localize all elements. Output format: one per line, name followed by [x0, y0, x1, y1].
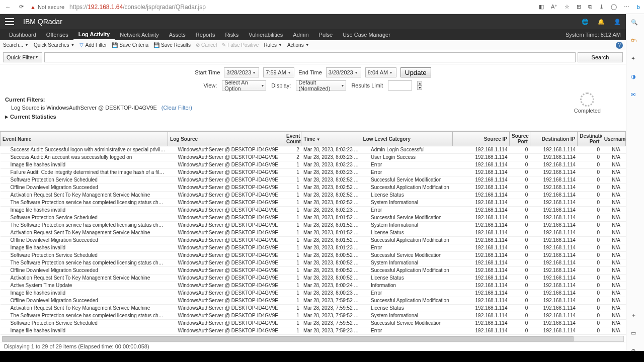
table-row[interactable]: Activation Request Sent To Key Managemen… — [1, 192, 626, 199]
globe-icon[interactable]: 🌐 — [582, 19, 589, 25]
tab-admin[interactable]: Admin — [288, 29, 313, 40]
table-row[interactable]: The Software Protection service has comp… — [1, 259, 626, 267]
table-row[interactable]: Activation Request Sent To Key Managemen… — [1, 305, 626, 312]
end-date-picker[interactable]: 3/28/2023▾ — [326, 67, 361, 77]
actions-menu[interactable]: Actions▼ — [287, 42, 309, 48]
column-header[interactable]: Source IP — [453, 132, 510, 146]
column-header[interactable]: Destination IP — [530, 132, 578, 146]
table-row[interactable]: Software Protection Service ScheduledWin… — [1, 320, 626, 327]
table-row[interactable]: Offline Downlevel Migration SucceededWin… — [1, 184, 626, 192]
column-header[interactable]: Username — [602, 132, 625, 146]
table-row[interactable]: The Software Protection service has comp… — [1, 222, 626, 229]
display-dropdown[interactable]: Default (Normalized)▾ — [296, 80, 346, 90]
table-row[interactable]: Offline Downlevel Migration SucceededWin… — [1, 267, 626, 275]
menu-hamburger-icon[interactable] — [5, 18, 14, 25]
status-text: Displaying 1 to 29 of 29 items (Elapsed … — [4, 343, 149, 349]
table-row[interactable]: Image file hashes invalidWindowsAuthServ… — [1, 161, 626, 169]
security-badge[interactable]: ▲ Not secure — [30, 4, 64, 10]
column-header[interactable]: Destination Port — [578, 132, 602, 146]
results-limit-input[interactable] — [388, 80, 412, 90]
profile-icon[interactable]: ◯ — [611, 4, 617, 10]
downloads-icon[interactable]: ⤓ — [599, 4, 604, 10]
horizontal-scrollbar[interactable] — [2, 336, 624, 342]
bing-icon[interactable]: b — [636, 4, 640, 10]
quick-searches-menu[interactable]: Quick Searches▼ — [34, 42, 75, 48]
extension-icon[interactable]: ◧ — [539, 4, 544, 10]
rules-menu[interactable]: Rules▼ — [264, 42, 282, 48]
refresh-icon[interactable]: ⟳ — [17, 3, 25, 11]
add-filter-button[interactable]: ▽Add Filter — [79, 42, 107, 48]
start-date-picker[interactable]: 3/28/2023▾ — [224, 67, 259, 77]
tools-icon[interactable]: ✦ — [631, 55, 640, 64]
end-time-picker[interactable]: 8:04 AM▾ — [365, 67, 396, 77]
table-row[interactable]: Software Protection Service ScheduledWin… — [1, 335, 626, 335]
table-row[interactable]: Software Protection Service ScheduledWin… — [1, 214, 626, 222]
table-row[interactable]: Offline Downlevel Migration SucceededWin… — [1, 297, 626, 305]
results-limit-stepper[interactable]: ▲▼ — [417, 81, 422, 90]
outlook-icon[interactable]: ✉ — [631, 92, 640, 101]
table-row[interactable]: Software Protection Service ScheduledWin… — [1, 252, 626, 259]
column-header[interactable]: Low Level Category — [361, 132, 453, 146]
table-row[interactable]: Software Protection Service ScheduledWin… — [1, 176, 626, 184]
table-row[interactable]: Image file hashes invalidWindowsAuthServ… — [1, 290, 626, 297]
table-row[interactable]: Image file hashes invalidWindowsAuthServ… — [1, 207, 626, 214]
column-header[interactable]: Event Count — [284, 132, 301, 146]
office-icon[interactable]: ◑ — [631, 73, 640, 82]
table-row[interactable]: Activation Request Sent To Key Managemen… — [1, 229, 626, 237]
tab-assets[interactable]: Assets — [164, 29, 191, 40]
column-header[interactable]: Time — [301, 132, 361, 146]
tab-network-activity[interactable]: Network Activity — [115, 29, 164, 40]
tab-risks[interactable]: Risks — [220, 29, 244, 40]
bottom-bar — [0, 351, 644, 362]
column-header[interactable]: Source Port — [509, 132, 530, 146]
table-row[interactable]: Offline Downlevel Migration SucceededWin… — [1, 237, 626, 244]
table-row[interactable]: Image file hashes invalidWindowsAuthServ… — [1, 244, 626, 252]
table-row[interactable]: Failure Audit: Code integrity determined… — [1, 169, 626, 176]
events-table-container: Event NameLog SourceEvent CountTimeLow L… — [0, 131, 626, 335]
save-results-button[interactable]: 💾Save Results — [153, 42, 191, 48]
current-statistics-toggle[interactable]: ▶ Current Statistics — [5, 114, 621, 120]
extensions-icon[interactable]: ⊞ — [577, 4, 581, 10]
tab-log-activity[interactable]: Log Activity — [73, 29, 115, 40]
favorites-icon[interactable]: ☆ — [565, 4, 570, 10]
quick-filter-dropdown[interactable]: Quick Filter▼ — [3, 52, 42, 62]
search-input[interactable] — [44, 52, 576, 62]
tab-pulse[interactable]: Pulse — [314, 29, 338, 40]
table-row[interactable]: Success Audit: Successful logon with adm… — [1, 146, 626, 154]
tab-reports[interactable]: Reports — [191, 29, 220, 40]
view-dropdown[interactable]: Select An Option▾ — [222, 80, 266, 90]
clear-filter-link[interactable]: (Clear Filter) — [162, 105, 192, 111]
plus-icon[interactable]: ＋ — [631, 312, 640, 321]
save-criteria-button[interactable]: 💾Save Criteria — [112, 42, 148, 48]
table-row[interactable]: The Software Protection service has comp… — [1, 312, 626, 320]
user-icon[interactable]: 👤 — [614, 19, 621, 25]
tab-offenses[interactable]: Offenses — [41, 29, 73, 40]
bell-icon[interactable]: 🔔 — [598, 19, 605, 25]
table-row[interactable]: The Software Protection service has comp… — [1, 199, 626, 207]
tab-vulnerabilities[interactable]: Vulnerabilities — [244, 29, 288, 40]
status-bar: Displaying 1 to 29 of 29 items (Elapsed … — [0, 342, 626, 351]
search-icon[interactable]: 🔍 — [631, 19, 640, 28]
menu-icon[interactable]: ⋯ — [624, 4, 629, 10]
table-row[interactable]: Image file hashes invalidWindowsAuthServ… — [1, 327, 626, 335]
pane-icon[interactable]: ▭ — [631, 330, 640, 339]
tab-use-case-manager[interactable]: Use Case Manager — [338, 29, 395, 40]
help-icon[interactable]: ? — [616, 42, 623, 49]
back-icon[interactable]: ← — [4, 3, 12, 11]
column-header[interactable]: Log Source — [168, 132, 284, 146]
update-button[interactable]: Update — [400, 67, 431, 77]
collections-icon[interactable]: ⧉ — [588, 4, 592, 10]
cancel-button[interactable]: ⊘Cancel — [196, 42, 217, 48]
read-aloud-icon[interactable]: A⁺ — [551, 4, 557, 10]
column-header[interactable]: Event Name — [1, 132, 168, 146]
search-button[interactable]: Search — [578, 52, 623, 62]
table-row[interactable]: Active System Time UpdateWindowsAuthServ… — [1, 282, 626, 290]
false-positive-button[interactable]: ✎False Positive — [222, 42, 259, 48]
tab-dashboard[interactable]: Dashboard — [4, 29, 41, 40]
shopping-icon[interactable]: 🛍 — [631, 37, 640, 46]
url-bar[interactable]: https://192.168.1.64/console/jsp/qradar/… — [69, 4, 206, 11]
start-time-picker[interactable]: 7:59 AM▾ — [263, 67, 294, 77]
table-row[interactable]: Success Audit: An account was successful… — [1, 154, 626, 161]
table-row[interactable]: Activation Request Sent To Key Managemen… — [1, 275, 626, 282]
search-menu[interactable]: Search...▼ — [3, 42, 29, 48]
